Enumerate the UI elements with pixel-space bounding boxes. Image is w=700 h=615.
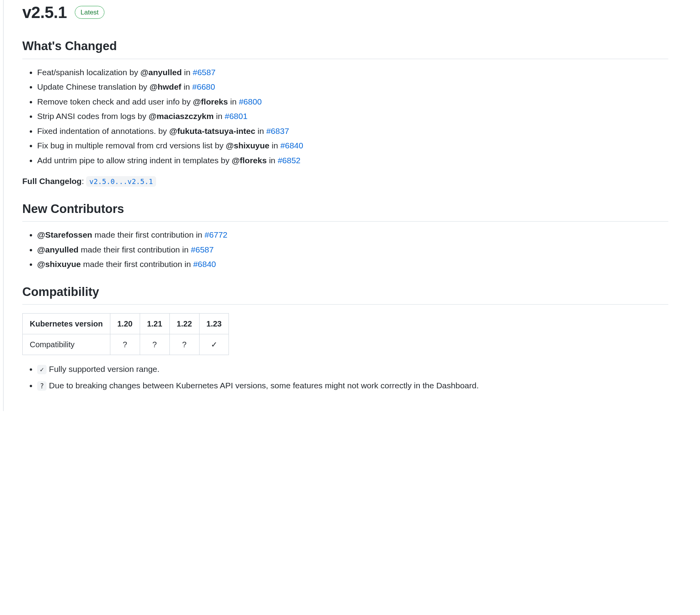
author-mention[interactable]: @fukuta-tatsuya-intec: [169, 126, 255, 135]
compatibility-heading: Compatibility: [22, 283, 668, 305]
contrib-mid: made their first contribution in: [79, 245, 191, 254]
change-text: Add untrim pipe to allow string indent i…: [37, 156, 232, 165]
table-cell: ?: [169, 334, 199, 355]
change-text: Feat/spanish localization by: [37, 68, 140, 77]
version-heading: v2.5.1: [22, 0, 67, 25]
pr-link[interactable]: #6837: [266, 126, 289, 135]
pr-link[interactable]: #6587: [191, 245, 214, 254]
author-mention[interactable]: @anyulled: [140, 68, 182, 77]
change-text: Remove token check and add user info by: [37, 97, 193, 106]
contrib-mid: made their first contribution in: [81, 260, 193, 269]
title-row: v2.5.1 Latest: [22, 0, 668, 25]
author-mention[interactable]: @shixuyue: [226, 141, 270, 150]
list-item: Feat/spanish localization by @anyulled i…: [37, 66, 668, 79]
table-header: Kubernetes version: [23, 314, 110, 334]
list-item: ✓ Fully supported version range.: [37, 363, 668, 375]
table-cell: ?: [110, 334, 140, 355]
latest-badge: Latest: [75, 6, 104, 19]
changes-list: Feat/spanish localization by @anyulled i…: [22, 66, 668, 167]
pr-link[interactable]: #6680: [192, 82, 215, 91]
legend-symbol: ✓: [37, 365, 47, 374]
pr-link[interactable]: #6840: [281, 141, 303, 150]
pr-link[interactable]: #6800: [239, 97, 261, 106]
list-item: @shixuyue made their first contribution …: [37, 258, 668, 271]
table-header: 1.20: [110, 314, 140, 334]
list-item: @anyulled made their first contribution …: [37, 243, 668, 256]
legend-list: ✓ Fully supported version range. ? Due t…: [22, 363, 668, 391]
in-text: in: [255, 126, 266, 135]
new-contributors-list: @Starefossen made their first contributi…: [22, 229, 668, 271]
in-text: in: [267, 156, 278, 165]
changelog-range-link[interactable]: v2.5.0...v2.5.1: [86, 176, 156, 187]
list-item: @Starefossen made their first contributi…: [37, 229, 668, 241]
author-mention[interactable]: @floreks: [193, 97, 228, 106]
whats-changed-heading: What's Changed: [22, 37, 668, 59]
legend-text: Fully supported version range.: [47, 364, 159, 373]
release-notes: v2.5.1 Latest What's Changed Feat/spanis…: [3, 0, 668, 411]
author-mention[interactable]: @floreks: [232, 156, 266, 165]
list-item: Remove token check and add user info by …: [37, 96, 668, 108]
pr-link[interactable]: #6852: [278, 156, 301, 165]
pr-link[interactable]: #6772: [205, 230, 227, 239]
pr-link[interactable]: #6801: [225, 112, 247, 121]
author-mention[interactable]: @Starefossen: [37, 230, 92, 239]
legend-symbol: ?: [37, 381, 47, 391]
table-cell: Compatibility: [23, 334, 110, 355]
table-cell: ✓: [199, 334, 229, 355]
in-text: in: [270, 141, 281, 150]
table-header: 1.23: [199, 314, 229, 334]
change-text: Strip ANSI codes from logs by: [37, 112, 149, 121]
list-item: ? Due to breaking changes between Kubern…: [37, 379, 668, 392]
change-text: Fixed indentation of annotations. by: [37, 126, 169, 135]
author-mention[interactable]: @shixuyue: [37, 260, 81, 269]
list-item: Add untrim pipe to allow string indent i…: [37, 154, 668, 167]
table-cell: ?: [140, 334, 169, 355]
in-text: in: [214, 112, 225, 121]
list-item: Update Chinese translation by @hwdef in …: [37, 81, 668, 93]
contrib-mid: made their first contribution in: [92, 230, 205, 239]
full-changelog-label: Full Changelog: [22, 177, 82, 186]
table-header: 1.21: [140, 314, 169, 334]
change-text: Fix bug in multiple removal from crd ver…: [37, 141, 226, 150]
pr-link[interactable]: #6840: [193, 260, 216, 269]
list-item: Fixed indentation of annotations. by @fu…: [37, 125, 668, 137]
change-text: Update Chinese translation by: [37, 82, 149, 91]
new-contributors-heading: New Contributors: [22, 200, 668, 222]
author-mention[interactable]: @maciaszczykm: [149, 112, 214, 121]
table-header: 1.22: [169, 314, 199, 334]
colon: :: [82, 177, 86, 186]
table-row: Compatibility ? ? ? ✓: [23, 334, 229, 355]
in-text: in: [181, 82, 192, 91]
list-item: Strip ANSI codes from logs by @maciaszcz…: [37, 110, 668, 123]
in-text: in: [182, 68, 193, 77]
list-item: Fix bug in multiple removal from crd ver…: [37, 139, 668, 152]
compatibility-table: Kubernetes version 1.20 1.21 1.22 1.23 C…: [22, 313, 229, 355]
pr-link[interactable]: #6587: [193, 68, 216, 77]
author-mention[interactable]: @anyulled: [37, 245, 79, 254]
full-changelog-line: Full Changelog: v2.5.0...v2.5.1: [22, 175, 668, 188]
table-row: Kubernetes version 1.20 1.21 1.22 1.23: [23, 314, 229, 334]
in-text: in: [228, 97, 239, 106]
author-mention[interactable]: @hwdef: [149, 82, 181, 91]
legend-text: Due to breaking changes between Kubernet…: [47, 381, 479, 390]
